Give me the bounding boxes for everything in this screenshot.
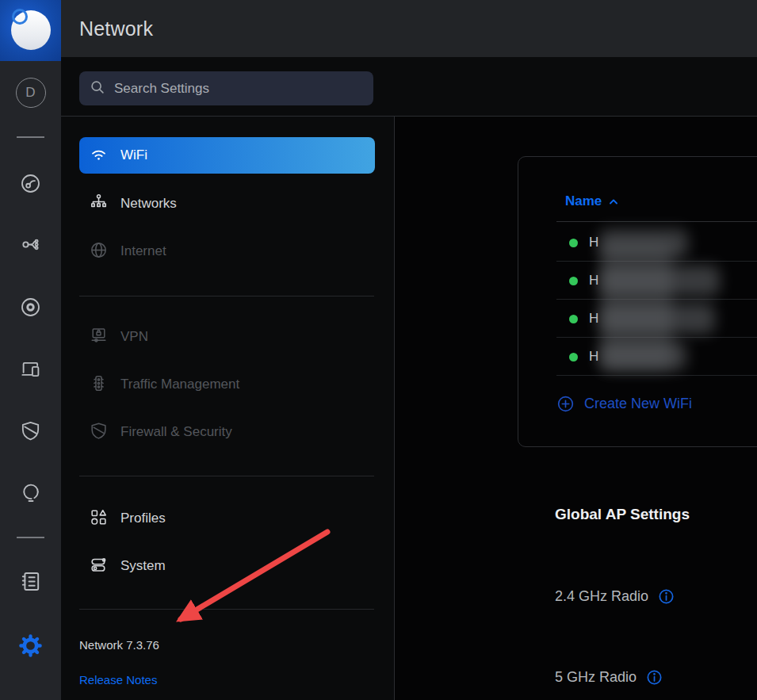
app-rail: D bbox=[0, 0, 61, 700]
status-online-dot bbox=[569, 239, 578, 247]
plus-circle-icon bbox=[556, 395, 575, 413]
system-toggles-icon bbox=[89, 555, 109, 578]
system-log-icon[interactable] bbox=[0, 568, 61, 594]
wifi-name-redacted: H bbox=[589, 349, 598, 365]
internet-globe-icon bbox=[89, 240, 109, 263]
nav-item-traffic-management[interactable]: Traffic Management bbox=[79, 366, 375, 403]
nav-item-profiles[interactable]: Profiles bbox=[79, 500, 375, 537]
nav-label-system: System bbox=[120, 558, 166, 574]
sidebar-divider bbox=[79, 296, 374, 296]
settings-sidebar: WiFi Networks bbox=[61, 116, 395, 700]
status-online-dot bbox=[569, 315, 578, 323]
traffic-light-icon bbox=[89, 373, 109, 396]
profiles-shapes-icon bbox=[89, 507, 109, 530]
dashboard-icon[interactable] bbox=[0, 171, 61, 195]
radio-5g-label: 5 GHz Radio bbox=[555, 669, 637, 686]
rail-divider bbox=[17, 136, 44, 138]
avatar-letter: D bbox=[25, 85, 35, 101]
search-settings-box[interactable] bbox=[79, 71, 373, 105]
wifi-icon bbox=[89, 144, 109, 167]
redaction-blur bbox=[601, 243, 672, 370]
nav-item-networks[interactable]: Networks bbox=[79, 186, 375, 222]
sidebar-divider bbox=[79, 476, 374, 476]
app-header: Network bbox=[61, 0, 757, 57]
wifi-name-redacted: H bbox=[589, 235, 598, 251]
wifi-settings-content: Name H H H H bbox=[395, 116, 757, 700]
sidebar-divider bbox=[79, 609, 374, 610]
nav-item-system[interactable]: System bbox=[79, 548, 375, 584]
version-label: Network 7.3.76 bbox=[79, 638, 159, 652]
unifi-devices-icon[interactable] bbox=[0, 295, 61, 319]
security-icon[interactable] bbox=[0, 419, 61, 442]
settings-gear-icon[interactable] bbox=[0, 632, 61, 659]
vpn-icon bbox=[89, 326, 109, 349]
page-title: Network bbox=[79, 17, 153, 40]
wifi-name-redacted: H bbox=[589, 273, 598, 289]
nav-label-vpn: VPN bbox=[120, 329, 148, 345]
nav-item-vpn[interactable]: VPN bbox=[79, 319, 375, 355]
nav-label-internet: Internet bbox=[120, 243, 166, 259]
sort-ascending-icon bbox=[609, 198, 618, 205]
nav-label-firewall-security: Firewall & Security bbox=[120, 424, 232, 440]
nav-item-wifi[interactable]: WiFi bbox=[79, 137, 375, 174]
info-icon[interactable] bbox=[658, 588, 675, 605]
nav-item-firewall-security[interactable]: Firewall & Security bbox=[79, 414, 375, 450]
nav-label-networks: Networks bbox=[120, 196, 177, 212]
networks-icon bbox=[89, 193, 109, 216]
table-header-underline bbox=[556, 221, 757, 222]
console-avatar[interactable]: D bbox=[0, 78, 61, 108]
info-icon[interactable] bbox=[646, 669, 663, 686]
row-divider bbox=[556, 375, 757, 376]
radio-2g-label: 2.4 GHz Radio bbox=[555, 588, 648, 605]
topology-icon[interactable] bbox=[0, 232, 61, 256]
settings-search-band bbox=[61, 57, 757, 116]
unifi-network-settings-page: D bbox=[0, 0, 757, 700]
unifi-logo[interactable] bbox=[0, 0, 61, 61]
rail-divider bbox=[17, 537, 44, 538]
search-icon bbox=[89, 78, 106, 99]
nav-item-internet[interactable]: Internet bbox=[79, 233, 375, 270]
nav-label-wifi: WiFi bbox=[120, 147, 147, 163]
create-new-wifi-button[interactable]: Create New WiFi bbox=[556, 395, 692, 413]
table-header-name[interactable]: Name bbox=[565, 193, 618, 209]
radio-2g-row: 2.4 GHz Radio bbox=[555, 588, 675, 605]
radio-5g-row: 5 GHz Radio bbox=[555, 669, 663, 686]
status-online-dot bbox=[569, 353, 578, 361]
search-settings-input[interactable] bbox=[114, 81, 352, 97]
create-new-wifi-label: Create New WiFi bbox=[584, 396, 692, 412]
nav-label-profiles: Profiles bbox=[120, 511, 166, 526]
global-ap-settings-title: Global AP Settings bbox=[555, 506, 690, 523]
status-online-dot bbox=[569, 277, 578, 285]
firewall-shield-icon bbox=[89, 421, 109, 444]
nav-label-traffic-management: Traffic Management bbox=[120, 377, 239, 392]
wifiman-icon[interactable] bbox=[0, 480, 61, 505]
column-header-name: Name bbox=[565, 193, 602, 209]
wifi-name-redacted: H bbox=[589, 311, 598, 327]
unifi-logo-ring bbox=[12, 9, 28, 25]
release-notes-link[interactable]: Release Notes bbox=[79, 673, 157, 687]
clients-icon[interactable] bbox=[0, 357, 61, 382]
